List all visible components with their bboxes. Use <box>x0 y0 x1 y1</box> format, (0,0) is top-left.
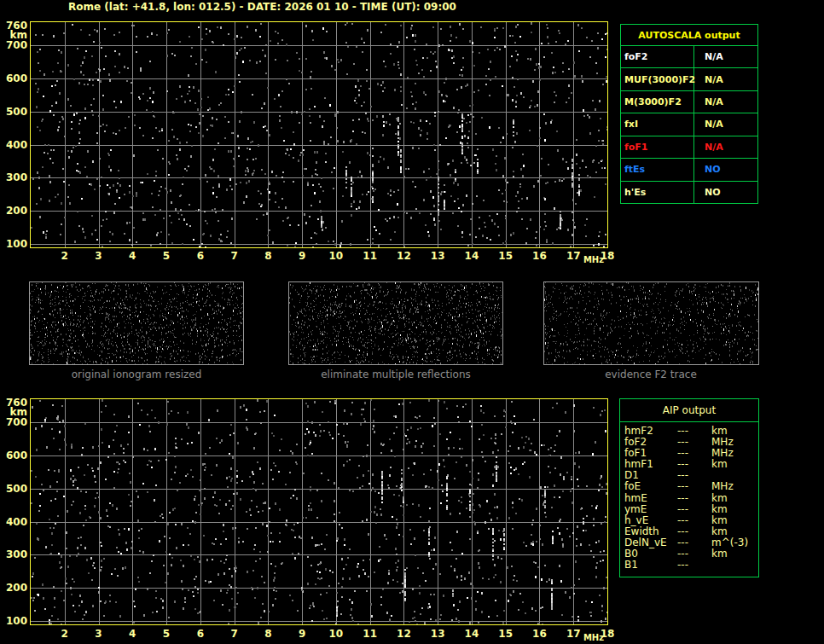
y-axis-tick: 100 <box>2 238 27 250</box>
aip-output-table: AIP output hmF2---kmfoF2---MHzfoF1---MHz… <box>619 398 759 577</box>
y-axis-tick: 300 <box>2 171 27 183</box>
aip-row-foe: foE---MHz <box>624 481 758 492</box>
x-axis-tick: 14 <box>459 629 485 640</box>
y-axis-tick: 200 <box>2 205 27 217</box>
x-axis-tick: 10 <box>323 251 349 262</box>
param-value: N/A <box>694 113 757 135</box>
param-label: foF2 <box>621 46 694 67</box>
x-axis-tick: 4 <box>119 629 145 640</box>
thumbnail-original-ionogram <box>29 281 244 365</box>
y-axis-tick: 700 <box>2 416 27 428</box>
aip-param-unit: km <box>711 504 758 515</box>
thumbnail-caption-evidence: evidence F2 trace <box>543 368 758 380</box>
aip-param-unit: MHz <box>711 481 758 492</box>
thumbnail-evidence-canvas <box>544 282 758 364</box>
x-axis-unit-label: MHz <box>581 633 606 642</box>
aip-param-value: --- <box>677 481 711 492</box>
ionogram-plot-top <box>30 21 608 248</box>
x-axis-tick: 4 <box>119 251 145 262</box>
ionogram-canvas-bottom <box>31 399 607 624</box>
param-value: N/A <box>694 46 757 67</box>
thumbnail-eliminate-canvas <box>289 282 502 364</box>
aip-row-delnve: DelN_vE---m^(-3) <box>624 537 758 548</box>
aip-param-unit: km <box>711 493 758 504</box>
aip-row-hme: hmE---km <box>624 493 758 504</box>
param-label: MUF(3000)F2 <box>621 68 694 90</box>
y-axis-tick: 400 <box>2 516 27 528</box>
thumbnail-caption-eliminate: eliminate multiple reflections <box>288 368 503 380</box>
aip-param-label: foE <box>624 481 677 492</box>
y-axis-unit-label: km <box>2 29 27 41</box>
thumbnail-original-canvas <box>30 282 243 364</box>
aip-table-header: AIP output <box>620 399 758 422</box>
aip-param-label: ymE <box>624 504 677 515</box>
autoscala-table-header: AUTOSCALA output <box>621 25 757 46</box>
y-axis-tick: 200 <box>2 582 27 594</box>
x-axis-tick: 12 <box>391 251 416 262</box>
x-axis-tick: 10 <box>323 629 349 640</box>
y-axis-tick: 600 <box>2 73 27 84</box>
x-axis-tick: 13 <box>425 629 450 640</box>
y-axis-tick: 600 <box>2 450 27 461</box>
param-value: N/A <box>694 91 757 113</box>
aip-param-value: --- <box>677 560 711 571</box>
x-axis-tick: 6 <box>188 251 213 262</box>
x-axis-tick: 9 <box>289 629 315 640</box>
aip-param-unit: km <box>711 515 758 526</box>
aip-param-value: --- <box>677 526 711 537</box>
x-axis-tick: 8 <box>255 251 281 262</box>
aip-row-b0: B0---km <box>624 548 758 560</box>
y-axis-tick: 300 <box>2 548 27 560</box>
aip-param-unit <box>711 560 758 571</box>
autoscala-row-hes: h'EsNO <box>621 182 757 203</box>
thumbnail-caption-original: original ionogram resized <box>29 368 244 380</box>
x-axis-tick: 16 <box>526 251 552 262</box>
autoscala-output-table: AUTOSCALA output foF2N/AMUF(3000)F2N/AM(… <box>620 24 758 204</box>
autoscala-row-ftes: ftEsNO <box>621 159 757 181</box>
aip-row-b1: B1--- <box>624 560 758 571</box>
x-axis-tick: 11 <box>357 629 383 640</box>
param-label: h'Es <box>621 182 694 203</box>
x-axis-tick: 11 <box>357 251 383 262</box>
autoscala-window: Rome (lat: +41.8, lon: 012.5) - DATE: 20… <box>0 0 824 644</box>
aip-row-ewidth: Ewidth---km <box>624 526 758 537</box>
x-axis-tick: 5 <box>154 629 179 640</box>
aip-param-value: --- <box>677 515 711 526</box>
aip-param-label: Ewidth <box>624 526 677 537</box>
x-axis-tick: 2 <box>52 251 78 262</box>
autoscala-row-fof2: foF2N/A <box>621 46 757 68</box>
x-axis-tick: 7 <box>222 629 247 640</box>
x-axis-tick: 7 <box>222 251 247 262</box>
x-axis-tick: 15 <box>493 629 519 640</box>
x-axis-tick: 12 <box>391 629 416 640</box>
y-axis-tick: 400 <box>2 139 27 151</box>
x-axis-tick: 3 <box>86 251 112 262</box>
aip-param-label: h_vE <box>624 515 677 526</box>
aip-param-label: hmE <box>624 493 677 504</box>
autoscala-row-muf3000f2: MUF(3000)F2N/A <box>621 68 757 90</box>
aip-param-unit: km <box>711 459 758 470</box>
x-axis-tick: 15 <box>493 251 519 262</box>
x-axis-tick: 8 <box>255 629 281 640</box>
autoscala-table-rows: foF2N/AMUF(3000)F2N/AM(3000)F2N/AfxIN/Af… <box>621 46 757 203</box>
param-label: M(3000)F2 <box>621 91 694 113</box>
ionogram-canvas-top <box>31 22 607 247</box>
y-axis-tick: 500 <box>2 106 27 118</box>
x-axis-tick: 13 <box>425 251 450 262</box>
param-value: NO <box>694 182 757 203</box>
param-value: N/A <box>694 136 757 158</box>
y-axis-tick: 500 <box>2 483 27 495</box>
aip-row-hmf1: hmF1---km <box>624 459 758 470</box>
param-label: foF1 <box>621 136 694 158</box>
autoscala-row-fxi: fxIN/A <box>621 113 757 136</box>
aip-param-label: B1 <box>624 560 677 571</box>
param-value: NO <box>694 159 757 180</box>
thumbnail-evidence-f2 <box>543 281 759 365</box>
thumbnail-eliminate-reflections <box>288 281 503 365</box>
aip-param-value: --- <box>677 493 711 504</box>
autoscala-row-fof1: foF1N/A <box>621 136 757 159</box>
y-axis-unit-label: km <box>2 406 27 418</box>
x-axis-unit-label: MHz <box>581 255 606 264</box>
x-axis-tick: 5 <box>154 251 179 262</box>
x-axis-tick: 14 <box>459 251 485 262</box>
